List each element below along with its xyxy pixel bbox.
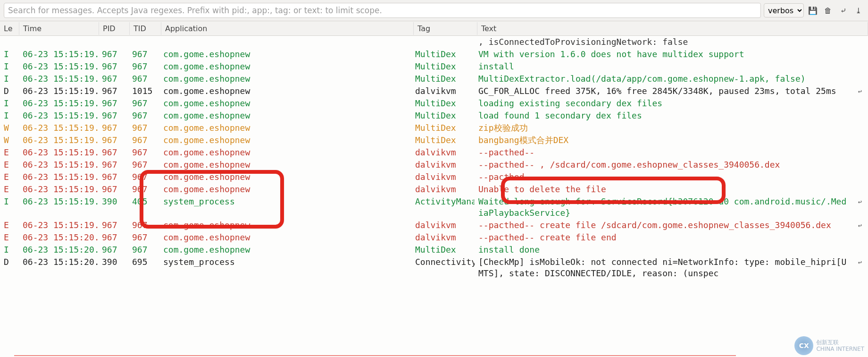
table-row[interactable]: I06-23 15:15:19.74967967com.gome.eshopne… — [0, 97, 868, 110]
scroll-end-icon[interactable]: ⤓ — [852, 4, 864, 17]
table-row[interactable]: W06-23 15:15:19.77967967com.gome.eshopne… — [0, 122, 868, 134]
table-row[interactable]: D06-23 15:15:19.739671015com.gome.eshopn… — [0, 85, 868, 97]
table-row[interactable]: I06-23 15:15:19.62967967com.gome.eshopne… — [0, 48, 868, 60]
table-row[interactable]: D06-23 15:15:20.51390695system_processCo… — [0, 256, 868, 280]
table-row[interactable]: E06-23 15:15:19.95967967com.gome.eshopne… — [0, 219, 868, 231]
log-tid: 967 — [128, 135, 159, 146]
log-pid: 967 — [98, 244, 128, 255]
col-tag[interactable]: Tag — [414, 22, 477, 35]
log-text: MultiDexExtractor.load(/data/app/com.gom… — [475, 73, 852, 85]
log-pid: 967 — [98, 73, 128, 85]
wrap-icon: ↩ — [852, 220, 868, 231]
log-time: 06-23 15:15:19.62 — [19, 61, 98, 72]
log-level: W — [0, 135, 19, 146]
log-pid: 967 — [98, 122, 128, 134]
log-tag: MultiDex — [411, 98, 475, 109]
table-row[interactable]: E06-23 15:15:19.82967967com.gome.eshopne… — [0, 146, 868, 159]
log-text: Waited long enough for: ServiceRecord{b3… — [475, 196, 852, 219]
table-row[interactable]: I06-23 15:15:19.77967967com.gome.eshopne… — [0, 110, 868, 122]
log-level: E — [0, 220, 19, 231]
logcat-body[interactable]: , isConnectedToProvisioningNetwork: fals… — [0, 36, 868, 357]
log-time: 06-23 15:15:19.82 — [19, 159, 98, 170]
col-app[interactable]: Application — [161, 22, 414, 35]
table-row[interactable]: , isConnectedToProvisioningNetwork: fals… — [0, 36, 868, 48]
log-app: com.gome.eshopnew — [159, 159, 411, 170]
log-time: 06-23 15:15:19.62 — [19, 49, 98, 60]
search-input[interactable] — [4, 3, 761, 18]
log-time: 06-23 15:15:20.56 — [19, 232, 98, 243]
log-pid: 967 — [98, 232, 128, 243]
table-row[interactable]: I06-23 15:15:19.62967967com.gome.eshopne… — [0, 60, 868, 73]
log-tag: dalvikvm — [411, 220, 475, 231]
log-tag: dalvikvm — [411, 171, 475, 183]
log-tid: 967 — [128, 110, 159, 121]
log-text: --pacthed-- , /sdcard/com.gome.eshopnew_… — [475, 159, 852, 170]
log-pid: 967 — [98, 98, 128, 109]
log-text: , isConnectedToProvisioningNetwork: fals… — [475, 36, 852, 48]
col-time[interactable]: Time — [19, 22, 99, 35]
table-row[interactable]: E06-23 15:15:19.82967967com.gome.eshopne… — [0, 159, 868, 171]
log-text: Unable to delete the file — [475, 184, 852, 195]
log-tag: MultiDex — [411, 135, 475, 146]
log-level: W — [0, 122, 19, 134]
log-tid: 967 — [128, 122, 159, 134]
wrap-icon: ↩ — [852, 196, 868, 207]
bottom-red-line — [14, 355, 736, 356]
log-level: E — [0, 184, 19, 195]
log-level: I — [0, 110, 19, 121]
log-tag: MultiDex — [411, 49, 475, 60]
log-level: E — [0, 147, 19, 158]
log-time: 06-23 15:15:19.82 — [19, 147, 98, 158]
log-level: D — [0, 85, 19, 97]
wrap-icon: ↩ — [852, 85, 868, 97]
log-tid: 967 — [128, 147, 159, 158]
log-tag: MultiDex — [411, 73, 475, 85]
wrap-icon: ↩ — [852, 256, 868, 268]
save-icon[interactable]: 💾 — [807, 4, 819, 17]
watermark-line1: 创新互联 — [816, 339, 864, 346]
log-tid: 405 — [128, 196, 159, 207]
log-time: 06-23 15:15:19.74 — [19, 98, 98, 109]
soft-wrap-icon[interactable]: ⤶ — [837, 4, 849, 17]
table-row[interactable]: E06-23 15:15:19.82967967com.gome.eshopne… — [0, 171, 868, 183]
log-time: 06-23 15:15:20.51 — [19, 256, 98, 268]
table-row[interactable]: E06-23 15:15:19.82967967com.gome.eshopne… — [0, 183, 868, 196]
log-tag: MultiDex — [411, 244, 475, 255]
watermark-line2: CHINA INTERNET — [816, 346, 864, 352]
log-app: com.gome.eshopnew — [159, 73, 411, 85]
col-pid[interactable]: PID — [99, 22, 130, 35]
log-tag: ConnectivityS — [411, 256, 475, 268]
log-level: I — [0, 244, 19, 255]
log-tid: 695 — [128, 256, 159, 268]
log-pid: 967 — [98, 184, 128, 195]
table-row[interactable]: I06-23 15:15:19.67967967com.gome.eshopne… — [0, 73, 868, 85]
log-tag: dalvikvm — [411, 85, 475, 97]
log-level: I — [0, 98, 19, 109]
table-row[interactable]: W06-23 15:15:19.77967967com.gome.eshopne… — [0, 134, 868, 146]
table-row[interactable]: I06-23 15:15:19.84390405system_processAc… — [0, 196, 868, 219]
log-app: com.gome.eshopnew — [159, 110, 411, 121]
log-app: com.gome.eshopnew — [159, 98, 411, 109]
logcat-toolbar: verbose 💾 🗑 ⤶ ⤓ — [0, 0, 868, 21]
log-tid: 967 — [128, 184, 159, 195]
table-row[interactable]: I06-23 15:15:20.56967967com.gome.eshopne… — [0, 244, 868, 256]
log-tid: 967 — [128, 73, 159, 85]
log-time: 06-23 15:15:19.73 — [19, 85, 98, 97]
log-level-select[interactable]: verbose — [764, 3, 804, 17]
log-text: GC_FOR_ALLOC freed 375K, 16% free 2845K/… — [475, 85, 852, 97]
log-app: com.gome.eshopnew — [159, 147, 411, 158]
clear-icon[interactable]: 🗑 — [822, 4, 834, 17]
log-text: zip校验成功 — [475, 122, 852, 134]
log-app: com.gome.eshopnew — [159, 85, 411, 97]
table-row[interactable]: E06-23 15:15:20.56967967com.gome.eshopne… — [0, 231, 868, 244]
log-pid: 967 — [98, 171, 128, 183]
col-text[interactable]: Text — [477, 22, 868, 35]
log-pid: 967 — [98, 220, 128, 231]
log-time: 06-23 15:15:20.56 — [19, 244, 98, 255]
log-app: system_process — [159, 196, 411, 207]
logcat-header: Le Time PID TID Application Tag Text — [0, 21, 868, 36]
log-level: E — [0, 159, 19, 170]
log-level: I — [0, 49, 19, 60]
col-level[interactable]: Le — [0, 22, 19, 35]
col-tid[interactable]: TID — [130, 22, 161, 35]
